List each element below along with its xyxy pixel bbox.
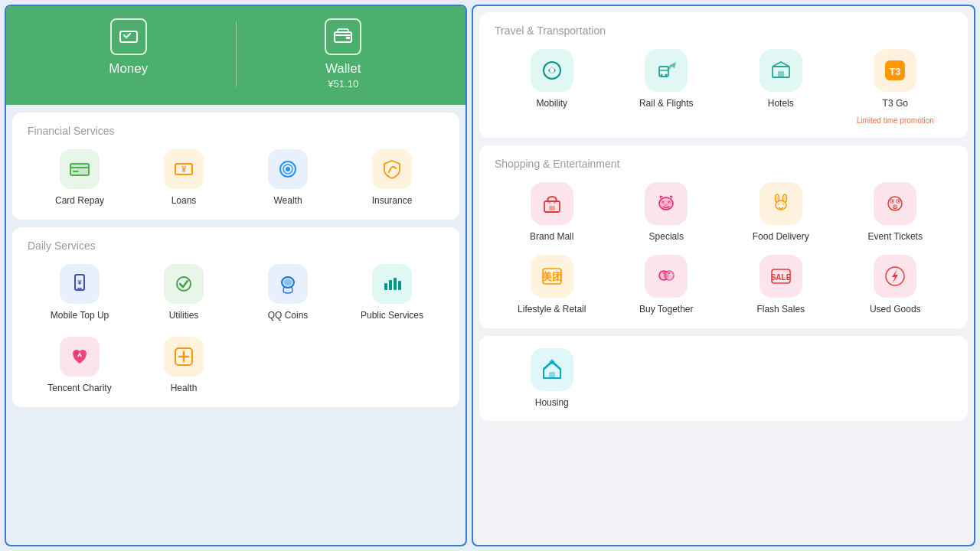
lifestyle-icon: 美团: [531, 255, 573, 298]
mobile-topup-icon: ¥: [60, 264, 100, 304]
wallet-icon: [325, 18, 361, 55]
svg-point-40: [668, 201, 671, 204]
card-repay-label: Card Repay: [55, 195, 104, 207]
rail-flights-icon: [645, 49, 688, 92]
left-panel: Money Wallet ¥51.10 Financial Services: [6, 6, 466, 545]
health-item[interactable]: Health: [132, 337, 236, 395]
health-label: Health: [171, 383, 198, 395]
right-panel: Travel & Transportation Mobility: [473, 6, 974, 545]
svg-rect-5: [73, 171, 79, 172]
svg-point-62: [668, 272, 670, 274]
tencent-charity-item[interactable]: Tencent Charity: [28, 337, 132, 395]
svg-point-34: [554, 200, 557, 202]
rail-flights-item[interactable]: Rail & Flights: [609, 49, 724, 126]
svg-rect-20: [398, 281, 401, 290]
svg-text:SALE: SALE: [770, 273, 791, 282]
used-goods-item[interactable]: Used Goods: [838, 255, 953, 316]
financial-title: Financial Services: [28, 125, 444, 137]
qq-coins-item[interactable]: QQ Coins: [236, 264, 340, 322]
hotels-icon: [760, 49, 802, 92]
buy-together-item[interactable]: Buy Together: [609, 255, 724, 316]
buy-together-label: Buy Together: [639, 304, 694, 316]
lifestyle-label: Lifestyle & Retail: [518, 304, 586, 316]
buy-together-icon: [645, 255, 688, 298]
svg-point-45: [776, 195, 778, 201]
money-item[interactable]: Money: [21, 18, 236, 90]
travel-card: Travel & Transportation Mobility: [479, 12, 968, 138]
insurance-item[interactable]: Insurance: [340, 149, 444, 207]
svg-text:¥: ¥: [181, 165, 187, 174]
svg-rect-3: [70, 164, 89, 175]
svg-point-24: [550, 68, 554, 73]
money-label: Money: [109, 61, 148, 77]
card-repay-item[interactable]: Card Repay: [28, 149, 132, 207]
svg-rect-0: [120, 31, 137, 42]
t3go-item[interactable]: T3 T3 Go Limited time promotion: [838, 49, 953, 126]
mobility-icon: [531, 49, 573, 92]
housing-icon: [531, 348, 573, 391]
qq-coins-label: QQ Coins: [268, 310, 309, 322]
svg-point-14: [177, 277, 191, 291]
mobility-item[interactable]: Mobility: [495, 49, 609, 126]
public-services-item[interactable]: Public Services: [340, 264, 444, 322]
utilities-item[interactable]: Utilities: [132, 264, 236, 322]
flash-sales-icon: SALE: [760, 255, 802, 298]
svg-point-46: [784, 195, 786, 201]
svg-text:T3: T3: [890, 66, 901, 77]
svg-rect-13: [77, 288, 82, 289]
shopping-grid: Brand Mall: [495, 182, 952, 316]
brand-mall-icon: [531, 182, 573, 225]
money-icon: [110, 18, 147, 55]
daily-grid-2: Tencent Charity Health: [28, 337, 444, 395]
housing-item[interactable]: Housing: [495, 348, 609, 409]
event-tickets-item[interactable]: Event Tickets: [838, 182, 953, 243]
health-icon: [164, 337, 204, 377]
svg-point-10: [286, 167, 290, 171]
svg-point-47: [778, 204, 779, 205]
svg-point-54: [892, 201, 893, 202]
daily-grid: ¥ Mobile Top Up Utilities: [28, 264, 444, 322]
svg-point-21: [75, 351, 79, 355]
housing-card: Housing: [479, 336, 968, 422]
daily-services-card: Daily Services ¥ Mobile Top Up: [12, 227, 459, 407]
t3go-sublabel: Limited time promotion: [857, 116, 934, 126]
right-scroll: Travel & Transportation Mobility: [473, 6, 974, 545]
wallet-item[interactable]: Wallet ¥51.10: [237, 18, 451, 90]
svg-point-26: [661, 74, 663, 77]
svg-text:美团: 美团: [541, 271, 562, 282]
svg-rect-18: [389, 280, 392, 290]
loans-icon: ¥: [164, 149, 204, 189]
tencent-charity-label: Tencent Charity: [47, 383, 111, 395]
svg-rect-35: [549, 206, 555, 210]
flash-sales-label: Flash Sales: [756, 304, 805, 316]
svg-point-39: [662, 201, 665, 204]
hotels-item[interactable]: Hotels: [724, 49, 838, 126]
loans-item[interactable]: ¥ Loans: [132, 149, 236, 207]
financial-services-card: Financial Services Card Repay: [12, 112, 459, 220]
brand-mall-item[interactable]: Brand Mall: [495, 182, 609, 243]
food-delivery-label: Food Delivery: [753, 231, 809, 243]
shopping-title: Shopping & Entertainment: [495, 158, 952, 170]
utilities-label: Utilities: [169, 310, 199, 322]
t3go-label: T3 Go: [883, 98, 908, 110]
lifestyle-item[interactable]: 美团 Lifestyle & Retail: [495, 255, 609, 316]
svg-point-61: [663, 272, 665, 274]
flash-sales-item[interactable]: SALE Flash Sales: [724, 255, 838, 316]
daily-title: Daily Services: [28, 240, 444, 252]
used-goods-label: Used Goods: [870, 304, 921, 316]
specials-icon: [645, 182, 688, 225]
svg-point-33: [547, 200, 549, 202]
financial-grid: Card Repay ¥ Loans: [28, 149, 444, 207]
housing-grid: Housing: [495, 348, 952, 409]
loans-label: Loans: [172, 195, 197, 207]
public-services-label: Public Services: [361, 310, 423, 322]
specials-item[interactable]: Specials: [609, 182, 724, 243]
rail-flights-label: Rail & Flights: [639, 98, 694, 110]
qq-coins-icon: [268, 264, 308, 304]
public-services-icon: [372, 264, 412, 304]
wealth-icon: [268, 149, 308, 189]
wallet-card: Money Wallet ¥51.10: [6, 6, 466, 105]
food-delivery-item[interactable]: Food Delivery: [724, 182, 838, 243]
mobile-topup-item[interactable]: ¥ Mobile Top Up: [28, 264, 132, 322]
wealth-item[interactable]: Wealth: [236, 149, 340, 207]
